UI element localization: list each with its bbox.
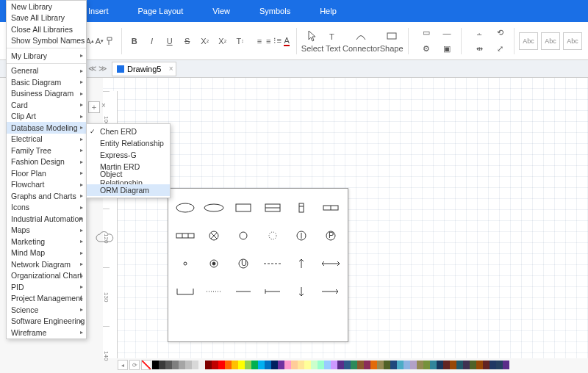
color-swatch[interactable] xyxy=(298,361,304,369)
palette-prev-icon[interactable]: ◂ xyxy=(118,360,128,370)
menu-item-software-engineering[interactable]: Software Engineering xyxy=(7,316,86,327)
subscript-icon[interactable]: X2 xyxy=(215,33,231,49)
shape-dot-filled[interactable] xyxy=(201,250,229,277)
submenu-item-chen-erd[interactable]: Chen ERD xyxy=(87,126,170,137)
shape-ellipse-wide[interactable] xyxy=(201,195,229,221)
shape-circle-dotted[interactable] xyxy=(259,222,287,249)
color-swatch[interactable] xyxy=(357,361,364,369)
shape-circle-p[interactable]: P xyxy=(317,222,345,249)
color-swatch[interactable] xyxy=(384,361,390,369)
shape-rect-2col[interactable] xyxy=(317,195,345,221)
menu-item-graphs-and-charts[interactable]: Graphs and Charts xyxy=(7,190,86,202)
tab-prev-icon[interactable]: ≪ xyxy=(88,64,97,73)
shape-dashed-line[interactable] xyxy=(259,250,287,277)
shape-circle-small[interactable] xyxy=(229,222,257,249)
italic-icon[interactable]: I xyxy=(144,33,160,49)
color-swatch[interactable] xyxy=(265,361,271,369)
color-swatch[interactable] xyxy=(218,361,225,369)
shape-arrow-up[interactable] xyxy=(288,250,316,277)
color-swatch[interactable] xyxy=(404,361,410,369)
menu-item-icons[interactable]: Icons xyxy=(7,202,86,214)
connector-tool[interactable]: Connector xyxy=(343,24,380,58)
align-center-icon[interactable]: ≡ xyxy=(265,33,272,49)
color-swatch[interactable] xyxy=(496,361,503,369)
cloud-shape-thumb[interactable] xyxy=(96,231,116,246)
color-swatch[interactable] xyxy=(212,361,218,369)
color-swatch[interactable] xyxy=(364,361,370,369)
color-swatch[interactable] xyxy=(344,361,351,369)
superscript-icon[interactable]: X2 xyxy=(197,33,213,49)
group-icon[interactable]: ▣ xyxy=(437,42,456,57)
color-swatch[interactable] xyxy=(397,361,404,369)
menu-item-fashion-design[interactable]: Fashion Design xyxy=(7,156,86,168)
shape-ellipse[interactable] xyxy=(171,195,199,221)
submenu-item-express-g[interactable]: Express-G xyxy=(87,149,170,161)
color-swatch[interactable] xyxy=(470,361,476,369)
menu-item-clip-art[interactable]: Clip Art xyxy=(7,111,86,123)
settings-icon[interactable]: ⚙ xyxy=(417,42,436,57)
shape-circle-x[interactable] xyxy=(201,222,229,249)
menu-item-floor-plan[interactable]: Floor Plan xyxy=(7,167,86,179)
shape-line-tick[interactable] xyxy=(259,278,287,305)
style-swatch[interactable]: Abc xyxy=(563,32,582,50)
menu-item-wireframe[interactable]: Wireframe xyxy=(7,327,86,338)
color-swatch[interactable] xyxy=(271,361,278,369)
color-swatch[interactable] xyxy=(278,361,284,369)
color-swatch[interactable] xyxy=(225,361,232,369)
menu-item-industrial-automation[interactable]: Industrial Automation xyxy=(7,213,86,225)
menu-item-database-modeling[interactable]: Database Modeling xyxy=(7,122,86,134)
color-swatch[interactable] xyxy=(291,361,298,369)
color-swatch[interactable] xyxy=(503,361,509,369)
color-swatch[interactable] xyxy=(238,361,245,369)
color-swatch[interactable] xyxy=(284,361,291,369)
submenu-item-orm-diagram[interactable]: ORM Diagram xyxy=(87,184,170,196)
menu-item-general[interactable]: General xyxy=(7,65,86,77)
color-swatch[interactable] xyxy=(410,361,417,369)
close-library-button[interactable]: × xyxy=(101,101,110,110)
tab-next-icon[interactable]: ≫ xyxy=(98,64,107,73)
submenu-item-entity-relationship[interactable]: Entity Relationship xyxy=(87,137,170,149)
color-swatch[interactable] xyxy=(245,361,251,369)
color-swatch[interactable] xyxy=(437,361,443,369)
color-swatch[interactable] xyxy=(311,361,318,369)
color-swatch[interactable] xyxy=(331,361,337,369)
color-swatch[interactable] xyxy=(377,361,384,369)
color-swatch[interactable] xyxy=(443,361,450,369)
menu-item[interactable]: Show Symbol Names xyxy=(7,35,86,47)
ribbon-tab-view[interactable]: View xyxy=(212,7,230,15)
menu-item[interactable]: My Library xyxy=(7,50,86,62)
color-swatch[interactable] xyxy=(483,361,490,369)
shape-line[interactable] xyxy=(229,278,257,305)
color-swatch[interactable] xyxy=(370,361,377,369)
palette-refresh-icon[interactable]: ⟳ xyxy=(129,360,140,370)
underline-icon[interactable]: U xyxy=(162,33,178,49)
document-tab[interactable]: Drawing5 × xyxy=(112,62,176,76)
menu-item-electrical[interactable]: Electrical xyxy=(7,134,86,145)
menu-item[interactable]: Save All Library xyxy=(7,12,86,24)
shape-rect[interactable] xyxy=(229,195,257,221)
color-swatch[interactable] xyxy=(351,361,357,369)
format-painter-icon[interactable] xyxy=(105,33,115,49)
strike-icon[interactable]: S xyxy=(179,33,196,49)
shape-circle-i[interactable] xyxy=(288,222,316,249)
text-height-icon[interactable]: T↕ xyxy=(232,33,248,49)
line-color-icon[interactable]: — xyxy=(437,26,456,40)
ribbon-tab-symbols[interactable]: Symbols xyxy=(259,7,290,15)
shape-rect-split[interactable] xyxy=(259,195,287,221)
bold-icon[interactable]: B xyxy=(126,33,143,49)
color-swatch[interactable] xyxy=(490,361,496,369)
menu-item-card[interactable]: Card xyxy=(7,99,86,111)
shape-arrow-right[interactable] xyxy=(317,278,345,305)
text-tool[interactable]: T Text xyxy=(323,24,343,58)
color-swatch[interactable] xyxy=(152,361,159,369)
color-swatch[interactable] xyxy=(258,361,265,369)
style-swatch[interactable]: Abc xyxy=(541,32,560,50)
shape-cells[interactable] xyxy=(171,222,199,249)
color-swatch[interactable] xyxy=(423,361,430,369)
color-swatch[interactable] xyxy=(165,361,172,369)
align-left-icon[interactable]: ≡ xyxy=(256,33,263,49)
size-icon[interactable]: ⤢ xyxy=(490,42,509,57)
close-icon[interactable]: × xyxy=(169,65,173,73)
bullets-icon[interactable]: ⁝≡ xyxy=(273,33,281,49)
shape-dot-line[interactable] xyxy=(171,250,199,277)
